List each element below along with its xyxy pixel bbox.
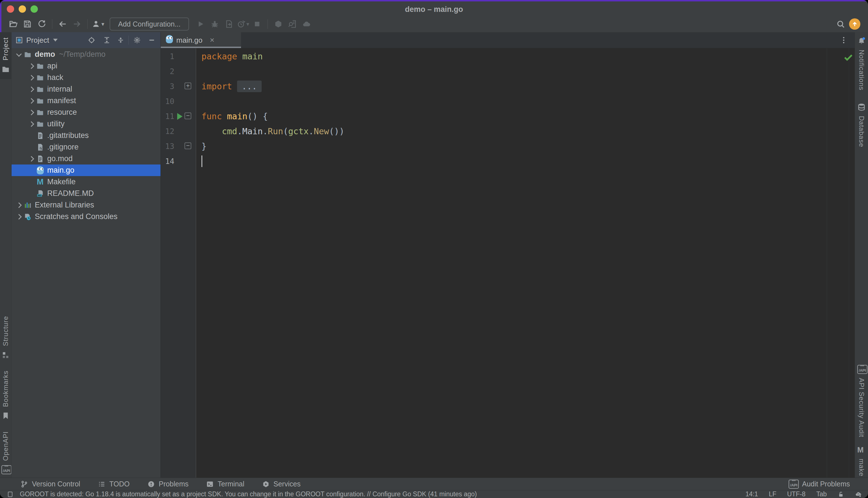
folded-region[interactable]: ...	[237, 81, 262, 92]
code-line-13[interactable]: 13−}	[161, 139, 855, 154]
tool-window-button-make[interactable]: Mmake	[857, 446, 866, 476]
code-line-3[interactable]: 3+import ...	[161, 79, 855, 94]
update-available-icon[interactable]	[847, 17, 862, 30]
unlock-icon[interactable]	[838, 491, 844, 498]
window-layout-icon[interactable]	[7, 491, 14, 498]
bookmark-icon	[1, 411, 10, 420]
code-line-12[interactable]: 12 cmd.Main.Run(gctx.New())	[161, 124, 855, 139]
toolbar-item-version-control[interactable]: Version Control	[21, 480, 80, 488]
toolbar-item-todo[interactable]: TODO	[98, 480, 130, 488]
chevron-down-icon[interactable]	[53, 39, 58, 41]
tree-item-label: README.MD	[47, 189, 94, 198]
tree-item-readme-md[interactable]: MDREADME.MD	[12, 188, 160, 199]
tree-item-utility[interactable]: utility	[12, 118, 160, 130]
chevron-right-icon[interactable]	[27, 85, 36, 94]
chevron-down-icon[interactable]	[14, 50, 24, 59]
tree-item-go-mod[interactable]: go.mod	[12, 153, 160, 165]
chevron-right-icon[interactable]	[27, 62, 36, 70]
tool-window-label: API Security Audit	[857, 378, 866, 437]
tree-item-manifest[interactable]: manifest	[12, 95, 160, 107]
code-line-2[interactable]: 2	[161, 64, 855, 79]
fold-expand-icon[interactable]: +	[185, 82, 191, 89]
tree-item-label: utility	[47, 120, 65, 128]
tool-window-button-openapi[interactable]: OpenAPI/API	[1, 431, 10, 474]
line-ending-widget[interactable]: LF	[769, 490, 776, 498]
toolbar-item-terminal[interactable]: Terminal	[206, 480, 244, 488]
code-text: import ...	[201, 79, 262, 94]
run-icon[interactable]	[193, 17, 208, 30]
code-line-10[interactable]: 10	[161, 94, 855, 109]
run-gutter-icon[interactable]	[177, 113, 183, 120]
save-icon[interactable]	[21, 17, 35, 30]
inspections-ok-check-icon[interactable]	[843, 52, 854, 63]
tree-item-api[interactable]: api	[12, 60, 160, 72]
chevron-right-icon[interactable]	[27, 74, 36, 82]
fold-collapse-icon[interactable]: −	[185, 113, 191, 119]
add-configuration-button[interactable]: Add Configuration...	[110, 17, 189, 30]
forward-icon[interactable]	[70, 17, 84, 30]
profiler-icon[interactable]: ▾	[236, 17, 250, 30]
chevron-right-icon[interactable]	[27, 155, 36, 163]
code-line-1[interactable]: 1package main	[161, 49, 855, 64]
tree-item-resource[interactable]: resource	[12, 107, 160, 118]
toolbar-item-audit-problems[interactable]: /APIAudit Problems	[789, 480, 850, 489]
gear-icon[interactable]	[133, 36, 142, 45]
tool-window-button-bookmarks[interactable]: Bookmarks	[1, 370, 10, 420]
find-usages-icon[interactable]	[285, 17, 299, 30]
toolbar-item-problems[interactable]: Problems	[147, 480, 189, 488]
select-opened-file-icon[interactable]	[88, 36, 96, 45]
tool-window-button-structure[interactable]: Structure	[1, 316, 10, 359]
tree-item-hack[interactable]: hack	[12, 72, 160, 83]
status-message[interactable]: GOROOT is detected: Go 1.18.4 is automat…	[20, 490, 477, 498]
chevron-right-icon[interactable]	[14, 201, 24, 209]
expand-all-icon[interactable]	[103, 36, 111, 45]
tree-item--gitignore[interactable]: .gitignore	[12, 141, 160, 153]
encoding-widget[interactable]: UTF-8	[787, 490, 805, 498]
tree-item-makefile[interactable]: MMakefile	[12, 176, 160, 188]
tab-main-go[interactable]: main.go ×	[161, 32, 241, 48]
tool-window-button-api-security-audit[interactable]: /APIAPI Security Audit	[857, 365, 866, 437]
tree-item-demo[interactable]: demo~/Temp/demo	[12, 49, 160, 60]
caret-position-widget[interactable]: 14:1	[745, 490, 758, 498]
sync-icon[interactable]	[35, 17, 49, 30]
indent-widget[interactable]: Tab	[816, 490, 827, 498]
tree-item-main-go[interactable]: main.go	[12, 165, 160, 176]
tree-item-label: manifest	[47, 96, 76, 105]
bell-icon	[857, 37, 866, 45]
tree-item-scratches-and-consoles[interactable]: Scratches and Consoles	[12, 211, 160, 222]
run-coverage-icon[interactable]	[222, 17, 236, 30]
stop-icon[interactable]	[250, 17, 264, 30]
line-number: 13	[161, 139, 174, 154]
tool-window-button-project[interactable]: Project	[0, 32, 11, 79]
code-vision-hexagon-icon[interactable]	[271, 17, 285, 30]
chevron-right-icon[interactable]	[27, 97, 36, 105]
code-line-11[interactable]: 11−func main() {	[161, 109, 855, 124]
chevron-right-icon[interactable]	[14, 212, 24, 221]
user-profile-icon[interactable]: ▾	[91, 17, 105, 30]
cloud-icon[interactable]	[299, 17, 313, 30]
tab-options-icon[interactable]	[840, 36, 848, 44]
tree-item-external-libraries[interactable]: External Libraries	[12, 199, 160, 211]
tool-window-button-database[interactable]: Database	[857, 103, 866, 147]
fold-collapse-icon[interactable]: −	[185, 142, 191, 149]
cloud-settings-icon[interactable]: ?	[855, 491, 862, 498]
back-icon[interactable]	[56, 17, 70, 30]
project-panel-title[interactable]: Project	[26, 36, 49, 45]
hide-tool-window-icon[interactable]	[148, 36, 156, 45]
collapse-all-icon[interactable]	[117, 36, 125, 45]
code-line-14[interactable]: 14	[161, 154, 855, 169]
chevron-right-icon[interactable]	[27, 108, 36, 117]
debug-icon[interactable]	[208, 17, 222, 30]
toolbar-item-services[interactable]: Services	[262, 480, 301, 488]
close-icon[interactable]: ×	[210, 36, 214, 45]
tool-window-button-notifications[interactable]: Notifications	[857, 37, 866, 90]
tree-item--gitattributes[interactable]: .gitattributes	[12, 130, 160, 141]
tool-window-label: Notifications	[857, 50, 866, 90]
code-editor[interactable]: 1package main23+import ...1011−func main…	[161, 48, 855, 478]
search-everywhere-icon[interactable]	[833, 17, 847, 30]
code-text: }	[201, 139, 206, 154]
open-icon[interactable]	[6, 17, 21, 30]
chevron-right-icon[interactable]	[27, 120, 36, 128]
tool-window-label: OpenAPI	[2, 431, 10, 461]
tree-item-internal[interactable]: internal	[12, 83, 160, 95]
